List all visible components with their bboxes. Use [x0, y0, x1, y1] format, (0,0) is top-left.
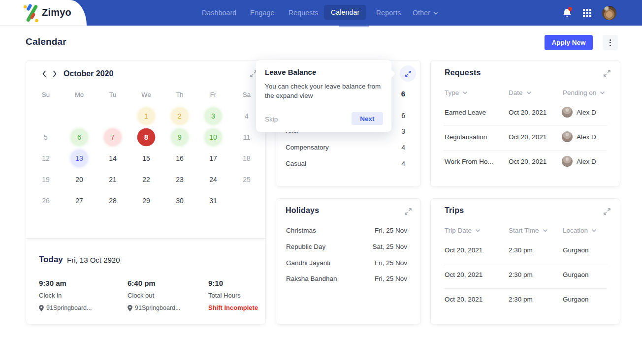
leave-expand-button[interactable]: [400, 65, 416, 82]
leave-balance-value: 6: [401, 90, 405, 98]
total-hours-value: 9:10: [208, 279, 223, 287]
calendar-day[interactable]: 14: [104, 150, 121, 167]
pending-on-name: Alex D: [577, 158, 596, 165]
requests-card: Requests Type Date Pending on Earned Lea…: [430, 60, 620, 187]
requests-col-type[interactable]: Type: [445, 89, 467, 96]
trips-col-date[interactable]: Trip Date: [445, 227, 480, 234]
calendar-day[interactable]: 9: [171, 129, 188, 146]
requests-expand-icon[interactable]: [603, 69, 611, 77]
brand-name[interactable]: Zimyo: [42, 7, 71, 18]
calendar-day[interactable]: 27: [71, 192, 88, 209]
nav-item-calendar[interactable]: Calendar: [324, 5, 366, 20]
nav-active-indicator: [339, 26, 369, 28]
sort-chevron-icon: [476, 229, 480, 232]
calendar-day[interactable]: 1: [138, 108, 155, 124]
calendar-day[interactable]: 17: [205, 150, 222, 167]
calendar-day[interactable]: 10: [205, 129, 222, 146]
leave-expand-icon: [405, 70, 412, 77]
weekday-label: Su: [36, 91, 56, 98]
nav-items: Dashboard Engage Requests Calendar Repor…: [0, 0, 642, 26]
calendar-day[interactable]: 31: [205, 192, 222, 209]
trips-col-location[interactable]: Location: [563, 227, 596, 234]
trips-col-time[interactable]: Start Time: [509, 227, 547, 234]
calendar-day[interactable]: 21: [104, 171, 121, 188]
calendar-day[interactable]: 23: [171, 171, 188, 188]
calendar-day[interactable]: 4: [238, 108, 255, 124]
row-divider: [444, 288, 607, 289]
trip-location: Gurgaon: [563, 271, 589, 278]
calendar-day[interactable]: 16: [171, 150, 188, 167]
nav-item-other[interactable]: Other: [413, 9, 438, 17]
calendar-card: October 2020 SuMoTuWeThFrSa 123456789101…: [26, 60, 266, 325]
tour-skip-button[interactable]: Skip: [265, 116, 278, 123]
requests-title: Requests: [445, 68, 481, 77]
request-type: Earned Leave: [445, 109, 486, 116]
clock-out-label: Clock out: [128, 292, 154, 299]
holiday-date: Sat, 25 Nov: [372, 243, 407, 250]
calendar-day[interactable]: 2: [171, 108, 188, 124]
holiday-date: Fri, 25 Nov: [375, 259, 407, 267]
notifications-button[interactable]: [562, 7, 572, 18]
row-divider: [444, 150, 607, 151]
leave-type-label: Compensatory: [286, 144, 329, 151]
nav-item-engage[interactable]: Engage: [250, 9, 274, 17]
prev-month-button[interactable]: [41, 70, 47, 78]
calendar-day[interactable]: 18: [238, 150, 255, 167]
calendar-day[interactable]: 3: [205, 108, 222, 124]
notification-dot: [568, 7, 572, 11]
calendar-day[interactable]: 20: [71, 171, 88, 188]
holidays-expand-icon[interactable]: [404, 208, 412, 215]
calendar-day[interactable]: 29: [138, 192, 155, 209]
today-label: Today: [39, 255, 63, 265]
col-label: Type: [445, 89, 459, 96]
requests-col-date[interactable]: Date: [509, 89, 531, 96]
next-month-button[interactable]: [52, 70, 58, 78]
row-divider: [444, 125, 607, 126]
holiday-name: Republic Day: [286, 243, 325, 250]
weekday-label: We: [136, 91, 156, 98]
calendar-day[interactable]: 8: [137, 128, 156, 147]
calendar-day[interactable]: 5: [37, 129, 54, 146]
trip-time: 2:30 pm: [509, 246, 533, 254]
total-hours-label: Total Hours: [208, 292, 241, 299]
sort-chevron-icon: [543, 229, 547, 232]
apply-new-button[interactable]: Apply New: [545, 35, 593, 50]
trips-card: Trips Trip Date Start Time Location Oct …: [430, 198, 620, 325]
calendar-day[interactable]: 6: [71, 129, 88, 146]
calendar-day[interactable]: 22: [138, 171, 155, 188]
calendar-day[interactable]: 7: [104, 129, 121, 146]
user-avatar[interactable]: [602, 6, 616, 20]
trip-location: Gurgaon: [563, 296, 589, 303]
weekday-label: Tu: [103, 91, 123, 98]
calendar-day[interactable]: 11: [238, 129, 255, 146]
trips-expand-icon[interactable]: [603, 208, 611, 215]
calendar-day[interactable]: 28: [104, 192, 121, 209]
clock-in-label: Clock in: [39, 292, 62, 299]
requests-col-pending[interactable]: Pending on: [563, 89, 605, 96]
leave-type-label: Casual: [286, 160, 306, 167]
pending-avatar: [562, 156, 573, 167]
tour-popup: Leave Balance You can check your leave b…: [256, 60, 391, 132]
calendar-day[interactable]: 12: [37, 150, 54, 167]
trip-time: 2:30 pm: [509, 271, 533, 278]
nav-item-dashboard[interactable]: Dashboard: [202, 9, 236, 17]
calendar-day[interactable]: 15: [138, 150, 155, 167]
month-label: October 2020: [64, 69, 113, 78]
nav-item-reports[interactable]: Reports: [376, 9, 401, 17]
col-label: Pending on: [563, 89, 596, 96]
calendar-day[interactable]: 30: [171, 192, 188, 209]
clock-out-time: 6:40 pm: [128, 279, 156, 287]
calendar-day[interactable]: 25: [238, 171, 255, 188]
pending-avatar: [562, 131, 573, 142]
calendar-day[interactable]: 26: [37, 192, 54, 209]
calendar-day[interactable]: 24: [205, 171, 222, 188]
nav-item-requests[interactable]: Requests: [289, 9, 319, 17]
calendar-day[interactable]: 13: [71, 150, 88, 167]
more-options-button[interactable]: [603, 35, 618, 50]
tour-next-button[interactable]: Next: [352, 112, 383, 125]
apps-grid-icon[interactable]: [583, 9, 591, 17]
today-date: Fri, 13 Oct 2920: [67, 256, 120, 264]
calendar-day[interactable]: 19: [37, 171, 54, 188]
leave-balance-value: 3: [401, 127, 405, 135]
holiday-date: Fri, 25 Nov: [375, 275, 407, 282]
